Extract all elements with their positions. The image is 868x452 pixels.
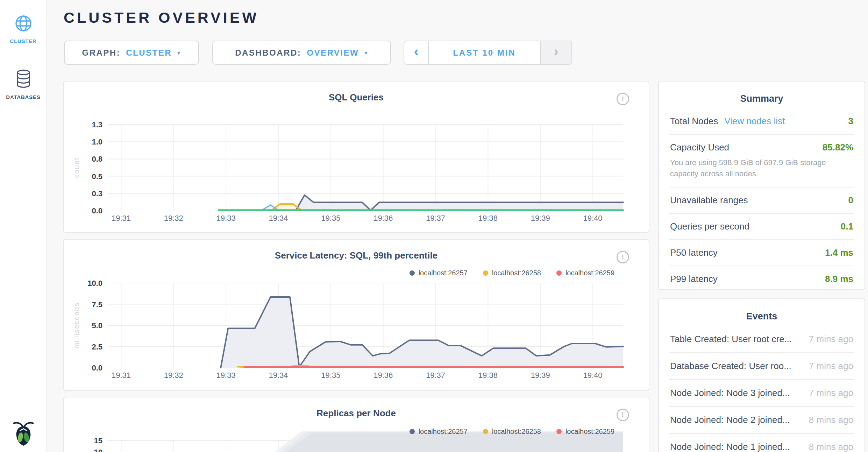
legend-item[interactable]: localhost:26257	[410, 428, 468, 436]
event-text: Node Joined: Node 2 joined...	[670, 415, 790, 425]
sidebar-item-databases[interactable]: DATABASES	[0, 69, 47, 100]
events-panel: Events Table Created: User root cre...7 …	[658, 298, 865, 452]
svg-text:count: count	[73, 157, 80, 178]
cluster-overview-app: CLUSTER DATABASES	[0, 0, 868, 452]
svg-text:10: 10	[94, 448, 102, 452]
event-time: 7 mins ago	[809, 388, 853, 398]
summary-row-value: 85.82%	[823, 142, 853, 153]
chart-legend: localhost:26257localhost:26258localhost:…	[410, 269, 614, 277]
svg-text:1.0: 1.0	[92, 137, 102, 146]
svg-text:0.5: 0.5	[92, 172, 102, 181]
chart-title: Replicas per Node	[64, 408, 649, 419]
summary-title: Summary	[669, 93, 854, 104]
summary-panel: Summary Total NodesView nodes list3Capac…	[658, 81, 865, 290]
svg-text:19:36: 19:36	[373, 371, 393, 380]
legend-label: localhost:26257	[419, 428, 468, 436]
chevron-left-icon: ‹	[414, 44, 419, 59]
summary-row: Total NodesView nodes list3	[669, 108, 854, 135]
event-text: Node Joined: Node 1 joined...	[670, 442, 790, 452]
sidebar: CLUSTER DATABASES	[0, 0, 47, 452]
info-icon[interactable]: !	[617, 251, 629, 263]
legend-item[interactable]: localhost:26257	[410, 269, 468, 277]
graph-dropdown-value: CLUSTER	[126, 48, 172, 58]
event-row[interactable]: Node Joined: Node 1 joined...8 mins ago	[669, 434, 854, 452]
event-row[interactable]: Database Created: User roo...7 mins ago	[669, 353, 854, 380]
chevron-down-icon: ▾	[177, 49, 181, 56]
dashboard-dropdown-label: DASHBOARD:	[235, 48, 301, 58]
legend-item[interactable]: localhost:26259	[556, 428, 614, 436]
sql-queries-chart-card: 19:3119:3219:3319:3419:3519:3619:3719:38…	[63, 81, 649, 233]
sidebar-item-cluster[interactable]: CLUSTER	[0, 15, 47, 44]
svg-text:19:31: 19:31	[112, 214, 131, 223]
summary-row-label: P50 latency	[670, 247, 718, 258]
event-row[interactable]: Node Joined: Node 2 joined...8 mins ago	[669, 407, 854, 434]
time-window-selector: ‹ LAST 10 MIN ›	[404, 41, 572, 65]
svg-text:19:33: 19:33	[216, 371, 236, 380]
svg-text:0.3: 0.3	[92, 189, 102, 198]
legend-item[interactable]: localhost:26258	[483, 428, 541, 436]
service-latency-chart-plot[interactable]: 19:3119:3219:3319:3419:3519:3619:3719:38…	[64, 240, 649, 390]
event-time: 8 mins ago	[809, 442, 853, 452]
svg-text:19:32: 19:32	[164, 214, 183, 223]
summary-row: Unavailable ranges0	[669, 188, 854, 214]
summary-row-label: P99 latency	[670, 274, 718, 284]
svg-text:19:37: 19:37	[426, 214, 445, 223]
time-range-button[interactable]: LAST 10 MIN	[429, 41, 540, 64]
graph-dropdown[interactable]: GRAPH: CLUSTER ▾	[64, 41, 199, 65]
svg-text:5.0: 5.0	[92, 321, 102, 330]
chart-legend: localhost:26257localhost:26258localhost:…	[410, 428, 614, 436]
service-latency-chart-card: 19:3119:3219:3319:3419:3519:3619:3719:38…	[63, 239, 649, 391]
svg-text:19:32: 19:32	[164, 371, 183, 380]
svg-text:19:38: 19:38	[478, 214, 498, 223]
cockroachdb-logo	[12, 420, 35, 448]
events-rows: Table Created: User root cre...7 mins ag…	[669, 326, 854, 452]
info-icon[interactable]: !	[617, 409, 629, 421]
svg-text:19:35: 19:35	[321, 371, 340, 380]
svg-text:15: 15	[94, 436, 102, 445]
svg-text:0.8: 0.8	[92, 155, 102, 163]
svg-text:19:39: 19:39	[531, 214, 550, 223]
time-next-button[interactable]: ›	[540, 41, 571, 64]
svg-text:19:35: 19:35	[321, 214, 340, 223]
svg-text:19:39: 19:39	[531, 371, 550, 380]
summary-row-label: Unavailable ranges	[670, 195, 748, 206]
summary-row: P50 latency1.4 ms	[669, 240, 854, 266]
summary-row-value: 8.9 ms	[825, 274, 853, 284]
legend-dot-icon	[410, 270, 415, 276]
legend-item[interactable]: localhost:26258	[483, 269, 541, 277]
info-icon[interactable]: !	[617, 93, 629, 105]
event-time: 7 mins ago	[809, 361, 853, 372]
database-icon	[15, 69, 31, 90]
svg-text:19:40: 19:40	[583, 214, 603, 223]
page-title: CLUSTER OVERVIEW	[64, 9, 259, 26]
dashboard-controls: GRAPH: CLUSTER ▾ DASHBOARD: OVERVIEW ▾ ‹…	[64, 41, 572, 65]
chart-title: Service Latency: SQL, 99th percentile	[64, 250, 649, 261]
sql-queries-chart-plot[interactable]: 19:3119:3219:3319:3419:3519:3619:3719:38…	[64, 82, 649, 232]
events-title: Events	[669, 311, 854, 322]
view-nodes-list-link[interactable]: View nodes list	[724, 116, 785, 127]
event-text: Database Created: User roo...	[670, 361, 791, 372]
summary-row: Queries per second0.1	[669, 214, 854, 240]
dashboard-dropdown[interactable]: DASHBOARD: OVERVIEW ▾	[212, 41, 391, 65]
event-text: Node Joined: Node 3 joined...	[670, 388, 790, 398]
summary-row-label: Queries per second	[670, 221, 749, 232]
summary-row-value: 1.4 ms	[825, 247, 853, 258]
event-text: Table Created: User root cre...	[670, 334, 792, 345]
event-row[interactable]: Table Created: User root cre...7 mins ag…	[669, 326, 854, 353]
legend-label: localhost:26258	[492, 428, 541, 436]
legend-item[interactable]: localhost:26259	[556, 269, 614, 277]
summary-row: Capacity Used85.82%You are using 598.9 G…	[669, 135, 854, 188]
time-prev-button[interactable]: ‹	[404, 41, 429, 64]
legend-dot-icon	[483, 270, 488, 276]
replicas-per-node-chart-card: 1510 Replicas per Node ! localhost:26257…	[63, 397, 649, 452]
legend-dot-icon	[410, 429, 415, 434]
globe-icon	[15, 15, 32, 34]
event-time: 7 mins ago	[809, 334, 853, 345]
legend-label: localhost:26259	[565, 428, 614, 436]
replicas-per-node-chart-plot[interactable]: 1510	[64, 397, 649, 452]
svg-text:19:34: 19:34	[269, 214, 288, 223]
event-row[interactable]: Node Joined: Node 3 joined...7 mins ago	[669, 380, 854, 407]
svg-text:7.5: 7.5	[92, 300, 102, 309]
svg-text:2.5: 2.5	[92, 342, 102, 351]
summary-row-label: Total Nodes	[670, 116, 718, 127]
